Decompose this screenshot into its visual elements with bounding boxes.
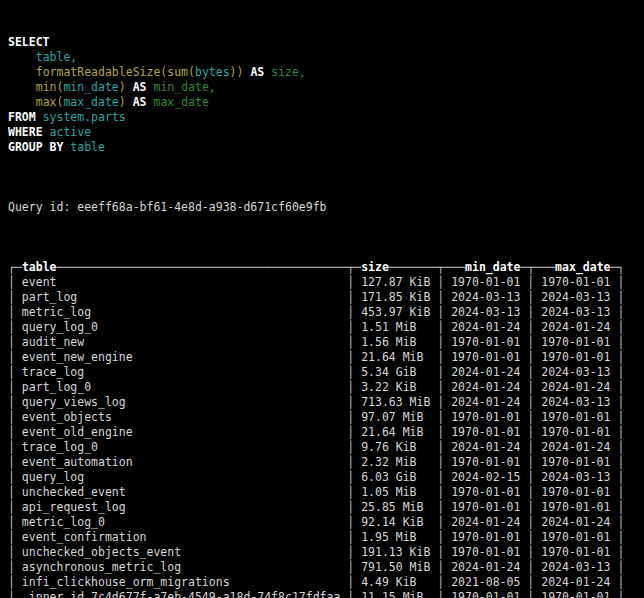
sql-line: GROUP BY table <box>8 140 644 155</box>
table-row: │ trace_log_0 │ 9.76 KiB │ 2024-01-24 │ … <box>8 440 644 455</box>
table-row: │ event_old_engine │ 21.64 MiB │ 1970-01… <box>8 425 644 440</box>
table-row: │ asynchronous_metric_log │ 791.50 MiB │… <box>8 560 644 575</box>
table-row: │ metric_log_0 │ 92.14 KiB │ 2024-01-24 … <box>8 515 644 530</box>
results-table: ┌─table─────────────────────────────────… <box>8 260 644 598</box>
table-row: │ event_automation │ 2.32 MiB │ 1970-01-… <box>8 455 644 470</box>
table-row: │ query_log_0 │ 1.51 MiB │ 2024-01-24 │ … <box>8 320 644 335</box>
table-row: │ event │ 127.87 KiB │ 1970-01-01 │ 1970… <box>8 275 644 290</box>
table-row: │ unchecked_objects_event │ 191.13 KiB │… <box>8 545 644 560</box>
sql-line: min(min_date) AS min_date, <box>8 80 644 95</box>
table-row: │ infi_clickhouse_orm_migrations │ 4.49 … <box>8 575 644 590</box>
query-id-line: Query id: eeeff68a-bf61-4e8d-a938-d671cf… <box>8 200 644 215</box>
table-row: │ audit_new │ 1.56 MiB │ 1970-01-01 │ 19… <box>8 335 644 350</box>
sql-line: formatReadableSize(sum(bytes)) AS size, <box>8 65 644 80</box>
table-row: │ event_objects │ 97.07 MiB │ 1970-01-01… <box>8 410 644 425</box>
table-row: │ query_log │ 6.03 GiB │ 2024-02-15 │ 20… <box>8 470 644 485</box>
table-row: │ api_request_log │ 25.85 MiB │ 1970-01-… <box>8 500 644 515</box>
table-row: │ metric_log │ 453.97 KiB │ 2024-03-13 │… <box>8 305 644 320</box>
sql-line: FROM system.parts <box>8 110 644 125</box>
sql-line: SELECT <box>8 35 644 50</box>
table-header-row: ┌─table─────────────────────────────────… <box>8 260 644 275</box>
table-row: │ query_views_log │ 713.63 MiB │ 2024-01… <box>8 395 644 410</box>
query-id-value: eeeff68a-bf61-4e8d-a938-d671cf60e9fb <box>77 200 326 214</box>
table-row: │ .inner_id.7c4d677f-a7eb-4549-a18d-74f8… <box>8 590 644 598</box>
table-row: │ part_log_0 │ 3.22 KiB │ 2024-01-24 │ 2… <box>8 380 644 395</box>
terminal-window: SELECT table, formatReadableSize(sum(byt… <box>0 0 644 598</box>
table-row: │ event_new_engine │ 21.64 MiB │ 1970-01… <box>8 350 644 365</box>
table-row: │ unchecked_event │ 1.05 MiB │ 1970-01-0… <box>8 485 644 500</box>
sql-line: max(max_date) AS max_date <box>8 95 644 110</box>
table-row: │ trace_log │ 5.34 GiB │ 2024-01-24 │ 20… <box>8 365 644 380</box>
query-id-label: Query id: <box>8 200 77 214</box>
table-row: │ part_log │ 171.85 KiB │ 2024-03-13 │ 2… <box>8 290 644 305</box>
sql-query: SELECT table, formatReadableSize(sum(byt… <box>8 35 644 155</box>
sql-line: WHERE active <box>8 125 644 140</box>
sql-line: table, <box>8 50 644 65</box>
table-row: │ event_confirmation │ 1.95 MiB │ 1970-0… <box>8 530 644 545</box>
